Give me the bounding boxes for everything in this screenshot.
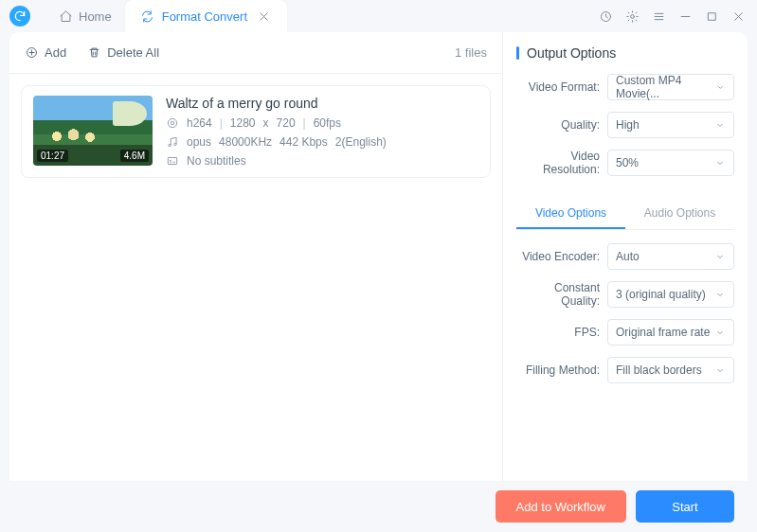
file-count: 1 files [455,45,487,60]
label-video-encoder: Video Encoder: [516,250,607,263]
select-quality[interactable]: High [607,112,734,138]
maximize-icon [705,9,719,24]
label-fps: FPS: [516,326,607,339]
audio-ch: 2(English) [335,135,387,149]
file-title: Waltz of a merry go round [166,96,478,111]
row-filling-method: Filling Method: Fill black borders [516,357,734,383]
label-filling-method: Filling Method: [516,364,607,377]
select-resolution-value: 50% [616,156,639,169]
tab-home-label: Home [79,9,112,24]
audio-rate: 48000KHz [219,135,272,149]
select-fps[interactable]: Original frame rate [607,319,734,346]
row-quality: Quality: High [516,112,734,138]
delete-all-button[interactable]: Delete All [87,45,159,60]
top-bar: Home Format Convert [0,0,757,32]
music-icon [166,135,179,149]
select-video-format[interactable]: Custom MP4 Movie(... [607,74,734,100]
clock-icon [599,9,613,24]
select-constant-quality-value: 3 (original quality) [616,288,706,301]
file-card[interactable]: 01:27 4.6M Waltz of a merry go round h26… [21,85,491,178]
res-w: 1280 [230,116,256,130]
svg-point-6 [169,144,171,146]
svg-rect-8 [168,158,176,165]
add-to-workflow-button[interactable]: Add to Workflow [496,490,626,523]
row-resolution: Video Resolution: 50% [516,150,734,176]
subtitle-icon [166,154,179,168]
select-constant-quality[interactable]: 3 (original quality) [607,281,734,308]
svg-point-1 [630,14,634,18]
left-toolbar: Add Delete All 1 files [9,32,502,74]
close-button[interactable] [729,7,748,26]
trash-icon [87,45,101,60]
video-meta-row: h264 | 1280 x 720 | 60fps [166,116,478,130]
body: Add Delete All 1 files 01:27 4.6M Waltz … [9,32,748,481]
label-quality: Quality: [516,118,607,132]
select-fps-value: Original frame rate [616,326,710,339]
chevron-down-icon [715,81,726,93]
label-resolution: Video Resolution: [516,150,607,176]
chevron-down-icon [714,119,726,131]
history-button[interactable] [596,7,615,26]
svg-point-4 [168,118,176,127]
home-icon [59,9,73,24]
file-info: Waltz of a merry go round h264 | 1280 x … [166,96,478,168]
chevron-down-icon [714,251,726,262]
res-h: 720 [277,116,296,130]
menu-icon [652,9,666,24]
audio-meta-row: opus 48000KHz 442 Kbps 2(English) [166,135,478,149]
close-icon [257,9,271,24]
svg-point-5 [171,121,174,125]
tabs: Home Format Convert [45,0,287,32]
chevron-down-icon [714,327,726,338]
file-thumbnail: 01:27 4.6M [33,96,153,166]
tab-close-button[interactable] [255,8,272,25]
app-window: Home Format Convert [0,0,757,532]
svg-rect-2 [708,12,715,20]
tab-home[interactable]: Home [45,0,125,32]
start-button[interactable]: Start [636,490,734,523]
options-subtabs: Video Options Audio Options [516,199,734,230]
refresh-icon [13,9,27,23]
thumb-duration: 01:27 [37,150,68,162]
thumb-size: 4.6M [120,150,149,162]
add-button[interactable]: Add [25,45,66,60]
audio-bitrate: 442 Kbps [279,135,328,149]
close-icon [731,9,746,24]
chevron-down-icon [714,157,726,168]
window-controls [596,7,748,26]
row-fps: FPS: Original frame rate [516,319,734,346]
row-constant-quality: Constant Quality: 3 (original quality) [516,281,734,308]
select-filling-method-value: Fill black borders [616,364,702,377]
video-icon [166,116,179,130]
body-columns: Add Delete All 1 files 01:27 4.6M Waltz … [9,32,748,481]
right-column: Output Options Video Format: Custom MP4 … [503,32,748,481]
select-video-encoder[interactable]: Auto [607,243,734,270]
label-constant-quality: Constant Quality: [516,281,607,308]
res-x: x [263,116,269,130]
footer: Add to Workflow Start [9,481,748,532]
tab-active-label: Format Convert [162,9,247,24]
select-filling-method[interactable]: Fill black borders [607,357,734,383]
menu-button[interactable] [649,7,668,26]
audio-codec: opus [187,135,211,149]
settings-button[interactable] [622,7,641,26]
label-video-format: Video Format: [516,80,607,94]
minimize-button[interactable] [676,7,694,26]
video-codec: h264 [187,116,212,130]
subtab-video-options[interactable]: Video Options [516,199,625,229]
delete-all-label: Delete All [107,45,159,60]
select-video-format-value: Custom MP4 Movie(... [616,74,715,100]
plus-icon [25,45,39,60]
minimize-icon [678,9,693,24]
subtab-audio-options[interactable]: Audio Options [625,199,734,229]
subtitle-text: No subtitles [187,154,246,168]
row-video-encoder: Video Encoder: Auto [516,243,734,270]
maximize-button[interactable] [702,7,721,26]
select-quality-value: High [616,118,640,132]
chevron-down-icon [714,289,726,300]
row-video-format: Video Format: Custom MP4 Movie(... [516,74,734,100]
tab-format-convert[interactable]: Format Convert [125,0,287,32]
gear-icon [625,9,640,24]
select-resolution[interactable]: 50% [607,150,734,176]
app-logo [9,6,30,27]
